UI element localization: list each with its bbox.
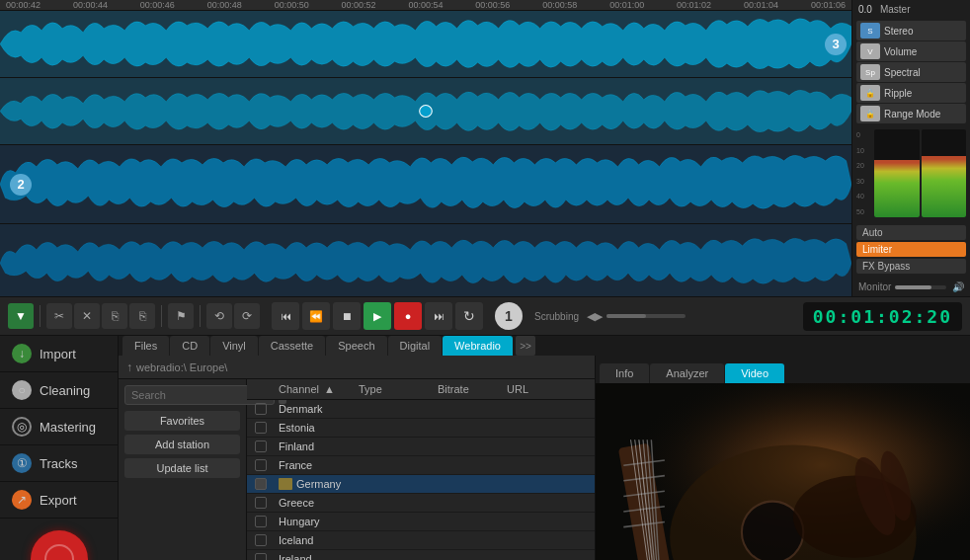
waveform-track-2[interactable]	[0, 78, 851, 145]
effect-buttons: Auto Limiter FX Bypass	[852, 221, 970, 278]
main-content: Files CD Vinyl Cassette Speech Digital W…	[119, 336, 970, 560]
monitor-slider[interactable]	[895, 285, 946, 289]
file-panel-content: ✕ Favorites Add station Update list	[119, 379, 595, 560]
video-tab-analyzer[interactable]: Analyzer	[650, 363, 724, 383]
copy-btn[interactable]: ⎘	[102, 303, 127, 329]
timeline-marker: 00:00:52	[342, 0, 376, 10]
sidebar-item-cleaning[interactable]: ○ Cleaning	[0, 372, 118, 409]
tab-vinyl[interactable]: Vinyl	[210, 336, 258, 356]
waveform-track-1[interactable]: 3	[0, 11, 851, 78]
limiter-btn[interactable]: Limiter	[856, 242, 966, 257]
record-button-inner	[44, 544, 74, 560]
channel-table[interactable]: Channel ▲ Type Bitrate URL Denmark Eston…	[247, 379, 595, 560]
table-row[interactable]: Finland	[247, 438, 595, 456]
table-row[interactable]: Estonia	[247, 419, 595, 438]
timeline-marker: 00:01:04	[744, 0, 778, 10]
play-btn[interactable]: ▶	[364, 302, 391, 330]
sidebar-item-mastering[interactable]: ◎ Mastering	[0, 409, 118, 445]
mode-btn-ripple[interactable]: 🔒 Ripple	[856, 83, 966, 103]
folder-icon	[279, 478, 292, 490]
cut-btn[interactable]: ✂	[46, 303, 72, 329]
table-row[interactable]: France	[247, 456, 595, 475]
mode-btn-spectral[interactable]: Sp Spectral	[856, 62, 966, 82]
row-checkbox[interactable]	[255, 422, 267, 434]
tab-digital[interactable]: Digital	[388, 336, 443, 356]
waveform-track-3[interactable]: 2	[0, 145, 851, 224]
tab-webradio[interactable]: Webradio	[443, 336, 513, 356]
row-checkbox[interactable]	[255, 459, 267, 471]
skip-fwd-btn[interactable]: ⏭	[425, 302, 452, 330]
update-list-btn[interactable]: Update list	[124, 458, 240, 478]
tab-cassette[interactable]: Cassette	[259, 336, 325, 356]
breadcrumb: webradio:\ Europe\	[136, 361, 227, 373]
paste-btn[interactable]: ⎘	[129, 303, 155, 329]
fx-bypass-btn[interactable]: FX Bypass	[856, 259, 966, 274]
sidebar-tracks-label: Tracks	[40, 456, 78, 471]
table-row[interactable]: Hungary	[247, 513, 595, 531]
mode-range-label: Range Mode	[884, 109, 940, 120]
cleaning-icon: ○	[12, 380, 32, 400]
menu-btn[interactable]: ▼	[8, 303, 34, 329]
breadcrumb-bar: ↑ webradio:\ Europe\	[119, 356, 595, 379]
undo-btn[interactable]: ⟲	[206, 303, 232, 329]
video-tab-info[interactable]: Info	[600, 363, 649, 383]
timeline-marker: 00:00:50	[275, 0, 309, 10]
sidebar-mastering-label: Mastering	[40, 420, 96, 435]
sidebar-item-tracks[interactable]: ① Tracks	[0, 445, 118, 482]
auto-btn[interactable]: Auto	[856, 225, 966, 240]
fx-bypass-label: FX Bypass	[862, 261, 910, 272]
table-row[interactable]: Iceland	[247, 531, 595, 550]
row-checkbox[interactable]	[255, 497, 267, 509]
video-panel: Info Analyzer Video	[595, 356, 970, 560]
record-button[interactable]	[31, 530, 88, 560]
table-row[interactable]: Denmark	[247, 400, 595, 419]
sidebar-item-import[interactable]: ↓ Import	[0, 336, 118, 372]
sidebar-item-export[interactable]: ↗ Export	[0, 482, 118, 519]
mastering-icon: ◎	[12, 417, 32, 437]
video-tab-video[interactable]: Video	[725, 363, 784, 383]
timeline-marker: 00:00:48	[207, 0, 242, 10]
scrubbing-control[interactable]: ◀▶	[587, 310, 686, 323]
more-tabs-btn[interactable]: >>	[516, 336, 535, 356]
row-checkbox[interactable]	[255, 534, 267, 546]
mode-btn-stereo[interactable]: S Stereo	[856, 21, 966, 40]
row-checkbox[interactable]	[255, 516, 267, 527]
timeline-marker: 00:00:46	[140, 0, 175, 10]
tab-speech[interactable]: Speech	[326, 336, 386, 356]
mode-volume-label: Volume	[884, 46, 917, 57]
video-content	[596, 383, 970, 560]
add-station-btn[interactable]: Add station	[124, 435, 240, 454]
row-checkbox[interactable]	[255, 553, 267, 560]
flag-btn[interactable]: ⚑	[168, 303, 194, 329]
sidebar-cleaning-label: Cleaning	[40, 383, 90, 398]
redo-btn[interactable]: ⟳	[234, 303, 260, 329]
row-checkbox[interactable]	[255, 440, 267, 452]
row-checkbox[interactable]	[255, 403, 267, 415]
mode-stereo-label: Stereo	[884, 26, 913, 37]
favorites-btn[interactable]: Favorites	[124, 411, 240, 431]
delete-btn[interactable]: ✕	[74, 303, 100, 329]
tab-files[interactable]: Files	[122, 336, 169, 356]
tab-bar: Files CD Vinyl Cassette Speech Digital W…	[119, 336, 970, 356]
col-type: Type	[359, 383, 438, 395]
content-area: ↑ webradio:\ Europe\ ✕ Favorites	[119, 356, 970, 560]
import-icon: ↓	[12, 344, 32, 363]
timeline-marker: 00:00:42	[6, 0, 40, 10]
rewind-btn[interactable]: ⏪	[302, 302, 330, 330]
table-row-germany[interactable]: Germany	[247, 475, 595, 494]
toolbar: ▼ ✂ ✕ ⎘ ⎘ ⚑ ⟲ ⟳	[8, 303, 260, 329]
mode-btn-range[interactable]: 🔒 Range Mode	[856, 104, 966, 123]
waveform-track-4[interactable]	[0, 224, 851, 296]
transport-record-btn[interactable]: ●	[394, 302, 422, 330]
search-row: ✕	[124, 385, 240, 405]
skip-back-btn[interactable]: ⏮	[272, 302, 299, 330]
tab-cd[interactable]: CD	[170, 336, 209, 356]
row-checkbox[interactable]	[255, 478, 267, 490]
loop-btn[interactable]: ↻	[455, 302, 483, 330]
timeline-marker: 00:00:56	[475, 0, 510, 10]
table-row[interactable]: Ireland	[247, 550, 595, 560]
mode-btn-volume[interactable]: V Volume	[856, 41, 966, 61]
table-row[interactable]: Greece	[247, 494, 595, 513]
stop-btn[interactable]: ⏹	[333, 302, 361, 330]
monitor-section: Monitor 🔊	[852, 278, 970, 296]
